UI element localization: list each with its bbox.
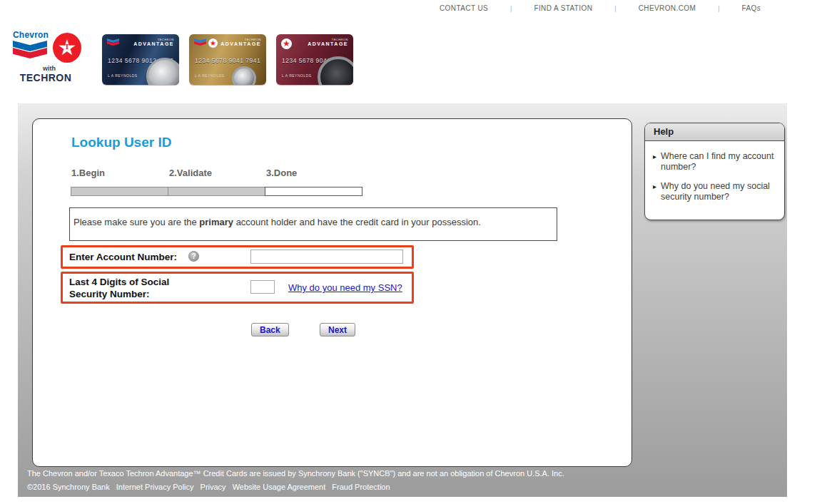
card-brand-label: TECHRON [220, 38, 261, 41]
nav-chevron-com[interactable]: CHEVRON.COM [639, 4, 696, 12]
account-number-label: Enter Account Number: [69, 252, 177, 262]
help-box-title: Help [645, 123, 784, 141]
page-title: Lookup User ID [71, 135, 171, 150]
progress-bar [71, 187, 362, 196]
nav-separator: | [614, 5, 616, 12]
nav-find-a-station[interactable]: FIND A STATION [534, 4, 592, 12]
lookup-panel: Lookup User ID 1.Begin 2.Validate 3.Done… [32, 118, 632, 467]
card-title-label: ADVANTAGE [220, 41, 261, 46]
card-texaco-star-icon [208, 38, 218, 48]
headlight-graphic [232, 66, 256, 85]
techron-wordmark: TECHRON [13, 72, 78, 83]
footer-link-privacy[interactable]: Privacy [201, 483, 226, 491]
top-nav: CONTACT US | FIND A STATION | CHEVRON.CO… [440, 4, 761, 12]
account-number-row: Enter Account Number: ? [61, 245, 414, 269]
nav-separator: | [510, 5, 512, 12]
help-link-label: Why do you need my social security numbe… [661, 181, 777, 202]
footer-link-fraud-protection[interactable]: Fraud Protection [332, 483, 390, 491]
ssn-row: Last 4 Digits of SocialSecurity Number: … [61, 272, 414, 304]
content-stage: Lookup User ID 1.Begin 2.Validate 3.Done… [18, 103, 787, 497]
texaco-t-glyph: T [53, 42, 81, 51]
card-image-texaco-red: TECHRON ADVANTAGE 1234 5678 9041 7941 L … [276, 34, 353, 85]
progress-segment-filled [168, 187, 265, 196]
notice-text: account holder and have the credit card … [233, 217, 481, 227]
account-number-input[interactable] [250, 250, 403, 264]
ssn-last4-input[interactable] [250, 280, 275, 294]
footer-link-internet-privacy-policy[interactable]: Internet Privacy Policy [116, 483, 194, 491]
card-image-chevron-texaco-gold: TECHRON ADVANTAGE 1234 5678 9041 7941 L … [189, 34, 266, 85]
primary-holder-notice: Please make sure you are the primary acc… [69, 207, 557, 241]
page: CONTACT US | FIND A STATION | CHEVRON.CO… [0, 0, 827, 504]
footer-disclaimer: The Chevron and/or Texaco Techron Advant… [27, 469, 564, 478]
step-done: 3.Done [266, 168, 297, 178]
card-holder-name: L A REYNOLDS [282, 73, 312, 78]
footer-links: ©2016 Synchrony Bank Internet Privacy Po… [27, 483, 390, 491]
brand-logo: Chevron ★ T with TECHRON [13, 30, 81, 83]
ssn-label: Last 4 Digits of SocialSecurity Number: [69, 276, 169, 300]
texaco-star-icon: ★ T [53, 33, 81, 63]
nav-contact-us[interactable]: CONTACT US [440, 4, 488, 12]
card-number: 1234 5678 9041 7941 [195, 57, 260, 64]
next-button[interactable]: Next [320, 323, 355, 336]
progress-segment-filled [71, 187, 168, 196]
card-title-label: ADVANTAGE [133, 41, 174, 46]
progress-segment-empty [265, 187, 362, 196]
credit-card-images: TECHRON ADVANTAGE 1234 5678 9012 3456 L … [102, 34, 353, 85]
card-image-chevron-blue: TECHRON ADVANTAGE 1234 5678 9012 3456 L … [102, 34, 179, 85]
nav-faqs[interactable]: FAQs [742, 4, 761, 12]
why-ssn-link[interactable]: Why do you need my SSN? [288, 282, 402, 293]
card-holder-name: L A REYNOLDS [108, 73, 138, 78]
help-link-ssn[interactable]: ▸ Why do you need my social security num… [653, 181, 777, 202]
back-button[interactable]: Back [251, 323, 289, 336]
card-texaco-star-icon [281, 38, 292, 49]
footer-link-website-usage-agreement[interactable]: Website Usage Agreement [233, 483, 326, 491]
card-title-label: ADVANTAGE [308, 41, 348, 46]
notice-text: Please make sure you are the [73, 217, 199, 227]
triangle-bullet-icon: ▸ [653, 151, 656, 173]
chevron-logo-icon: Chevron [13, 30, 49, 58]
card-holder-name: L A REYNOLDS [195, 73, 225, 78]
triangle-bullet-icon: ▸ [653, 181, 656, 202]
help-tooltip-icon[interactable]: ? [188, 251, 199, 262]
help-box: Help ▸ Where can I find my account numbe… [644, 123, 785, 220]
notice-bold-text: primary [199, 217, 233, 227]
footer-copyright: ©2016 Synchrony Bank [27, 483, 110, 491]
help-link-label: Where can I find my account number? [661, 151, 777, 173]
chevron-wordmark: Chevron [13, 30, 49, 40]
card-brand-label: TECHRON [133, 38, 174, 41]
card-chevron-icon [107, 38, 119, 46]
with-label: with [20, 65, 78, 72]
card-brand-label: TECHRON [308, 38, 348, 41]
nav-separator: | [718, 5, 719, 12]
help-link-account-number[interactable]: ▸ Where can I find my account number? [653, 151, 777, 173]
step-validate: 2.Validate [169, 168, 212, 178]
step-begin: 1.Begin [71, 168, 105, 178]
card-chevron-icon [194, 38, 206, 46]
